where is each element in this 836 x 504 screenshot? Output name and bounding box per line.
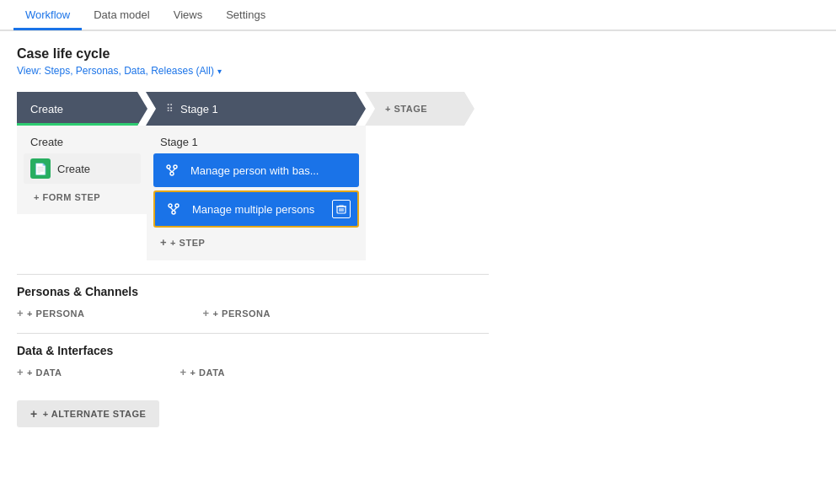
create-stage-body: Create 📄 Create + FORM STEP — [17, 126, 147, 214]
add-step-btn[interactable]: + + STEP — [153, 231, 359, 254]
add-data-btn-2[interactable]: + + DATA — [180, 366, 226, 378]
stages-area: Create Create 📄 Create + FORM STEP ⠿ — [17, 92, 819, 260]
add-persona-btn-1[interactable]: + + PERSONA — [17, 307, 84, 319]
svg-line-3 — [169, 169, 172, 172]
add-data-1-label: + DATA — [27, 367, 62, 378]
plus-persona-2-icon: + — [202, 307, 209, 319]
add-data-btn-1[interactable]: + + DATA — [17, 366, 62, 378]
personas-section: Personas & Channels + + PERSONA + + PERS… — [17, 285, 819, 319]
create-stage-title: Create — [30, 103, 63, 115]
step1-workflow-icon — [160, 158, 184, 182]
plus-icon-step: + — [160, 236, 167, 249]
document-icon: 📄 — [34, 163, 47, 175]
svg-point-2 — [170, 172, 174, 175]
stage1-title: Stage 1 — [180, 103, 218, 115]
create-stage-column: Create Create 📄 Create + FORM STEP — [17, 92, 147, 214]
divider-2 — [17, 333, 489, 334]
tab-views[interactable]: Views — [162, 2, 214, 30]
add-step-label: + STEP — [170, 238, 205, 248]
tab-data-model[interactable]: Data model — [82, 2, 161, 30]
stage1-body: Stage 1 Manage person with bas... — [147, 126, 366, 260]
page-title: Case life cycle — [17, 46, 819, 62]
data-row: + + DATA + + DATA — [17, 366, 819, 378]
alt-stage-label: + ALTERNATE STAGE — [43, 409, 147, 419]
step2-workflow-icon — [162, 197, 185, 221]
create-step-item[interactable]: 📄 Create — [24, 153, 141, 184]
add-persona-btn-2[interactable]: + + PERSONA — [202, 307, 270, 319]
step2-item[interactable]: Manage multiple persons — [153, 190, 359, 228]
delete-step-btn[interactable] — [332, 200, 351, 218]
drag-dots-icon: ⠿ — [166, 103, 174, 115]
create-step-icon: 📄 — [30, 158, 51, 179]
personas-title: Personas & Channels — [17, 285, 819, 298]
plus-data-2-icon: + — [180, 366, 187, 378]
create-stage-header[interactable]: Create — [17, 92, 147, 126]
add-persona-1-label: + PERSONA — [27, 308, 84, 319]
create-step-label: Create — [57, 163, 134, 175]
step2-label: Manage multiple persons — [192, 203, 325, 216]
workflow-icon-1 — [165, 164, 179, 177]
add-form-step-label: + FORM STEP — [34, 192, 100, 202]
create-stage-name: Create — [24, 132, 141, 153]
stage1-column: ⠿ Stage 1 Stage 1 — [147, 92, 366, 260]
chevron-down-icon: ▾ — [217, 67, 222, 76]
add-persona-2-label: + PERSONA — [213, 308, 271, 319]
tab-workflow[interactable]: Workflow — [13, 2, 82, 30]
data-section: Data & Interfaces + + DATA + + DATA — [17, 344, 819, 378]
step1-label: Manage person with bas... — [190, 164, 352, 177]
plus-alt-icon: + — [30, 407, 38, 421]
add-data-2-label: + DATA — [190, 367, 225, 378]
personas-row: + + PERSONA + + PERSONA — [17, 307, 819, 319]
svg-line-4 — [172, 169, 175, 172]
divider-1 — [17, 274, 489, 275]
add-stage-label: + STAGE — [385, 104, 427, 114]
plus-data-1-icon: + — [17, 366, 24, 378]
svg-point-7 — [172, 211, 175, 214]
top-nav: Workflow Data model Views Settings — [0, 0, 836, 31]
add-stage-btn[interactable]: + STAGE — [365, 92, 474, 126]
tab-settings[interactable]: Settings — [214, 2, 277, 30]
stage1-name: Stage 1 — [153, 132, 359, 153]
alt-stage-btn[interactable]: + + ALTERNATE STAGE — [17, 400, 159, 427]
svg-line-8 — [170, 207, 174, 211]
plus-persona-1-icon: + — [17, 307, 24, 319]
stage1-header[interactable]: ⠿ Stage 1 — [146, 92, 366, 126]
data-title: Data & Interfaces — [17, 344, 819, 357]
svg-point-0 — [167, 165, 170, 169]
svg-point-6 — [175, 204, 179, 207]
step1-item[interactable]: Manage person with bas... — [153, 153, 359, 187]
view-label-text: View: Steps, Personas, Data, Releases (A… — [17, 65, 214, 77]
svg-point-1 — [174, 165, 177, 169]
add-form-step-btn[interactable]: + FORM STEP — [24, 187, 141, 207]
trash-icon — [336, 204, 346, 214]
view-selector[interactable]: View: Steps, Personas, Data, Releases (A… — [17, 65, 819, 77]
page-content: Case life cycle View: Steps, Personas, D… — [0, 31, 836, 442]
svg-line-9 — [174, 207, 177, 211]
workflow-icon-2 — [167, 202, 180, 216]
svg-point-5 — [169, 204, 172, 207]
